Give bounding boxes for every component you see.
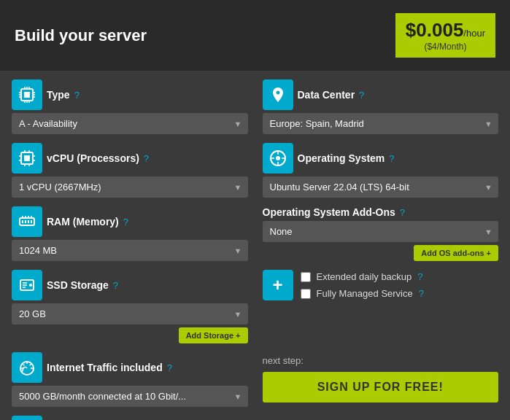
svg-line-48: [23, 364, 24, 365]
type-label: Type: [47, 89, 70, 101]
traffic-select[interactable]: 5000 GB/month connected at 10 Gbit/... 1…: [12, 386, 248, 407]
os-addons-select-wrap: None cPanel Plesk ▼: [263, 221, 499, 242]
datacenter-label-wrap: Data Center ?: [298, 89, 365, 101]
vcpu-help-icon[interactable]: ?: [144, 153, 149, 164]
page-title: Build your server: [15, 26, 147, 45]
managed-service-item[interactable]: Fully Managed Service ?: [301, 288, 424, 299]
datacenter-header: Data Center ?: [263, 79, 499, 110]
header: Build your server $0.005/hour ($4/Month): [0, 0, 510, 71]
os-addons-help-icon[interactable]: ?: [400, 207, 405, 218]
type-help-icon[interactable]: ?: [74, 90, 80, 101]
os-addons-group: Operating System Add-Ons ? None cPanel P…: [263, 206, 499, 261]
add-storage-button[interactable]: Add Storage +: [179, 327, 248, 343]
ram-group: RAM (Memory) ? 512 MB 1024 MB 2048 MB 40…: [12, 206, 248, 261]
extended-backup-checkbox[interactable]: [301, 272, 311, 282]
ssd-select-row: 20 GB 40 GB 80 GB ▼: [12, 303, 248, 324]
type-header: Type ?: [12, 79, 248, 110]
svg-rect-15: [24, 155, 30, 161]
type-select[interactable]: A - Availability B - Balanced C - Comput…: [12, 113, 248, 134]
add-os-button[interactable]: Add OS add-ons +: [414, 245, 498, 261]
os-disk-icon: [269, 149, 287, 167]
os-label: Operating System: [298, 152, 385, 164]
ssd-group: SSD Storage ? 20 GB 40 GB 80 GB ▼ Add St…: [12, 270, 248, 343]
svg-line-49: [30, 364, 31, 365]
datacenter-help-icon[interactable]: ?: [359, 90, 364, 101]
vcpu-select[interactable]: 1 vCPU (2667MHz) 2 vCPU (5334MHz) 4 vCPU…: [12, 176, 248, 198]
datacenter-group: Data Center ? Europe: Spain, Madrid Euro…: [263, 79, 499, 134]
signup-button[interactable]: SIGN UP FOR FREE!: [263, 372, 499, 402]
config-body: Type ? A - Availability B - Balanced C -…: [0, 71, 510, 420]
extended-backup-item[interactable]: Extended daily backup ?: [301, 271, 424, 282]
os-icon: [263, 143, 293, 174]
managed-service-checkbox[interactable]: [301, 289, 311, 299]
ssd-select-wrap: 20 GB 40 GB 80 GB ▼: [12, 303, 248, 324]
vcpu-header: vCPU (Processors) ?: [12, 143, 248, 174]
traffic-select-wrap: 5000 GB/month connected at 10 Gbit/... 1…: [12, 386, 248, 407]
vcpu-label-wrap: vCPU (Processors) ?: [47, 152, 149, 164]
addon-checks: Extended daily backup ? Fully Managed Se…: [301, 271, 424, 299]
type-label-wrap: Type ?: [47, 89, 80, 101]
extended-backup-help-icon[interactable]: ?: [417, 271, 422, 282]
os-addons-label: Operating System Add-Ons: [263, 206, 395, 218]
svg-point-40: [29, 284, 32, 287]
empty-cell: [263, 416, 499, 420]
svg-rect-33: [28, 220, 29, 223]
ram-icon: [12, 206, 42, 237]
location-icon: [269, 86, 287, 104]
public-ips-icon: [12, 416, 42, 420]
traffic-group: Internet Traffic included ? 5000 GB/mont…: [12, 352, 248, 407]
traffic-header: Internet Traffic included ?: [12, 352, 248, 383]
os-group: Operating System ? Ubuntu Server 22.04 (…: [263, 143, 499, 198]
ssd-select[interactable]: 20 GB 40 GB 80 GB: [12, 303, 248, 324]
price-amount: $0.005: [406, 19, 464, 41]
ram-label: RAM (Memory): [47, 216, 119, 228]
ssd-label-wrap: SSD Storage ?: [47, 279, 118, 291]
traffic-label-wrap: Internet Traffic included ?: [47, 362, 172, 373]
vcpu-select-wrap: 1 vCPU (2667MHz) 2 vCPU (5334MHz) 4 vCPU…: [12, 176, 248, 198]
datacenter-label: Data Center: [298, 89, 355, 101]
os-select[interactable]: Ubuntu Server 22.04 (LTS) 64-bit Debian …: [263, 176, 499, 198]
speedometer-icon: [18, 359, 36, 376]
public-ips-group: Public IPs ? 1 2 3 4 ▼: [12, 416, 248, 420]
cpu-icon: [18, 86, 36, 104]
type-select-wrap: A - Availability B - Balanced C - Comput…: [12, 113, 248, 134]
addon-plus-icon: +: [263, 270, 293, 300]
os-help-icon[interactable]: ?: [389, 153, 394, 164]
ram-select[interactable]: 512 MB 1024 MB 2048 MB 4096 MB: [12, 240, 248, 261]
ssd-icon: [12, 270, 42, 300]
price-badge: $0.005/hour ($4/Month): [395, 13, 495, 58]
datacenter-select[interactable]: Europe: Spain, Madrid Europe: Germany, F…: [263, 113, 499, 134]
svg-rect-1: [24, 92, 30, 98]
next-step-section: next step: SIGN UP FOR FREE!: [263, 352, 499, 407]
vcpu-icon: [12, 143, 42, 174]
managed-service-help-icon[interactable]: ?: [419, 288, 424, 299]
add-storage-btn-wrap: Add Storage +: [12, 327, 248, 343]
svg-rect-32: [25, 220, 26, 223]
datacenter-icon: [263, 79, 293, 110]
type-icon: [12, 79, 42, 110]
price-display: $0.005/hour: [406, 19, 485, 42]
extended-backup-label: Extended daily backup: [317, 271, 412, 282]
ram-select-wrap: 512 MB 1024 MB 2048 MB 4096 MB ▼: [12, 240, 248, 261]
ram-help-icon[interactable]: ?: [123, 217, 128, 228]
price-per: /hour: [463, 28, 485, 39]
ssd-help-icon[interactable]: ?: [113, 280, 118, 291]
traffic-label: Internet Traffic included: [47, 362, 163, 373]
vcpu-label: vCPU (Processors): [47, 152, 139, 164]
os-addons-header: Operating System Add-Ons ?: [263, 206, 499, 218]
public-ips-header: Public IPs ?: [12, 416, 248, 420]
managed-service-label: Fully Managed Service: [317, 288, 413, 299]
datacenter-select-wrap: Europe: Spain, Madrid Europe: Germany, F…: [263, 113, 499, 134]
traffic-help-icon[interactable]: ?: [167, 362, 172, 373]
svg-point-25: [276, 156, 280, 160]
os-addons-label-wrap: Operating System Add-Ons ?: [263, 206, 406, 218]
processor-icon: [18, 149, 36, 167]
os-header: Operating System ?: [263, 143, 499, 174]
ram-label-wrap: RAM (Memory) ?: [47, 216, 128, 228]
memory-icon: [18, 213, 36, 230]
ssd-label: SSD Storage: [47, 279, 109, 291]
addons-checkboxes-group: + Extended daily backup ? Fully Managed …: [263, 270, 499, 343]
traffic-icon: [12, 352, 42, 383]
os-addons-select[interactable]: None cPanel Plesk: [263, 221, 499, 242]
ram-header: RAM (Memory) ?: [12, 206, 248, 237]
